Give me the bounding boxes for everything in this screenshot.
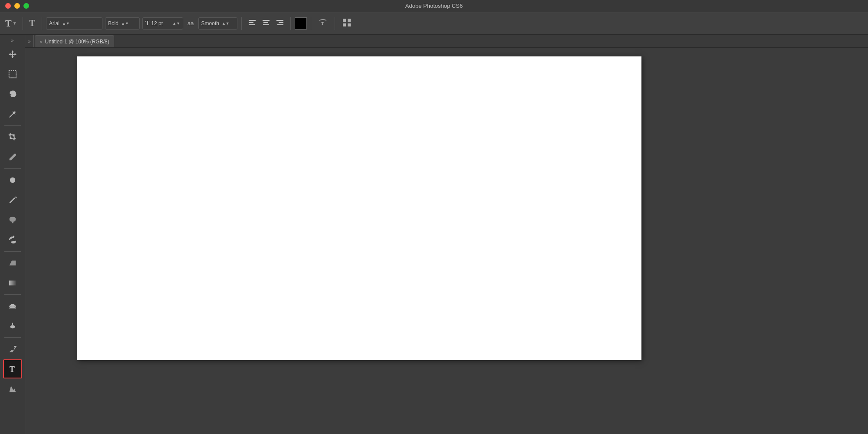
tab-label: Untitled-1 @ 100% (RGB/8) bbox=[45, 39, 109, 45]
sidebar: » bbox=[0, 35, 25, 434]
anti-alias-dropdown[interactable]: Smooth ▲▼ bbox=[198, 17, 237, 30]
svg-rect-0 bbox=[249, 20, 256, 21]
align-center-button[interactable] bbox=[260, 17, 273, 30]
title-bar: Adobe Photoshop CS6 bbox=[0, 0, 868, 12]
canvas-area bbox=[25, 48, 868, 434]
font-size-icon: T bbox=[145, 20, 149, 27]
eraser-tool[interactable] bbox=[3, 253, 22, 273]
font-style-dropdown[interactable]: Bold ▲▼ bbox=[105, 17, 140, 30]
align-right-button[interactable] bbox=[273, 17, 286, 30]
history-brush-tool[interactable] bbox=[3, 230, 22, 250]
lasso-tool[interactable] bbox=[3, 85, 22, 104]
eyedropper-tool[interactable] bbox=[3, 148, 22, 167]
svg-rect-20 bbox=[9, 281, 16, 286]
path-selection-tool[interactable] bbox=[3, 379, 22, 398]
transform-text-btn[interactable]: T bbox=[27, 16, 38, 30]
sidebar-separator-3 bbox=[4, 251, 21, 252]
magic-wand-tool[interactable] bbox=[3, 105, 22, 124]
tool-selector[interactable]: T ▼ bbox=[3, 16, 19, 31]
svg-rect-2 bbox=[249, 24, 255, 25]
svg-rect-11 bbox=[348, 19, 351, 22]
svg-rect-4 bbox=[263, 22, 268, 23]
warp-text-button[interactable]: T bbox=[315, 16, 331, 31]
document-area: » × Untitled-1 @ 100% (RGB/8) bbox=[25, 35, 868, 434]
font-style-value: Bold bbox=[108, 20, 118, 26]
dodge-tool[interactable] bbox=[3, 316, 22, 335]
font-size-value: 12 pt bbox=[151, 20, 171, 26]
sidebar-separator-5 bbox=[4, 337, 21, 338]
svg-rect-1 bbox=[249, 22, 253, 23]
crop-tool[interactable] bbox=[3, 128, 22, 147]
svg-text:T: T bbox=[321, 21, 324, 26]
sidebar-separator-1 bbox=[4, 125, 21, 126]
svg-rect-14 bbox=[9, 71, 16, 78]
maximize-button[interactable] bbox=[23, 3, 29, 9]
healing-brush-tool[interactable] bbox=[3, 171, 22, 190]
pen-tool[interactable] bbox=[3, 339, 22, 358]
gradient-tool[interactable] bbox=[3, 273, 22, 293]
svg-rect-10 bbox=[343, 19, 346, 22]
separator-5 bbox=[311, 17, 311, 30]
align-group bbox=[246, 17, 286, 30]
close-tab-btn[interactable]: × bbox=[39, 39, 42, 44]
options-bar: T ▼ T Arial ▲▼ Bold ▲▼ T 12 pt ▲▼ aa Smo… bbox=[0, 12, 868, 35]
svg-rect-7 bbox=[279, 22, 283, 23]
clone-stamp-tool[interactable] bbox=[3, 210, 22, 230]
sidebar-separator-4 bbox=[4, 294, 21, 295]
svg-point-21 bbox=[10, 325, 15, 328]
canvas[interactable] bbox=[77, 56, 641, 360]
main-area: » bbox=[0, 35, 868, 434]
separator-4 bbox=[290, 17, 291, 30]
anti-alias-value: Smooth bbox=[201, 20, 219, 26]
svg-point-23 bbox=[14, 346, 16, 348]
font-size-arrow: ▲▼ bbox=[172, 21, 180, 26]
tab-bar: » × Untitled-1 @ 100% (RGB/8) bbox=[25, 35, 868, 48]
minimize-button[interactable] bbox=[14, 3, 20, 9]
svg-rect-12 bbox=[343, 23, 346, 26]
svg-rect-5 bbox=[263, 24, 269, 25]
type-tool[interactable]: T bbox=[3, 359, 22, 378]
anti-alias-arrow: ▲▼ bbox=[222, 21, 230, 26]
svg-text:T: T bbox=[9, 365, 14, 374]
sidebar-expand-btn[interactable]: » bbox=[0, 36, 25, 44]
close-button[interactable] bbox=[5, 3, 11, 9]
character-panel-button[interactable] bbox=[339, 16, 355, 31]
marquee-tool[interactable] bbox=[3, 65, 22, 84]
font-style-arrow: ▲▼ bbox=[121, 21, 129, 26]
blur-tool[interactable] bbox=[3, 296, 22, 316]
font-family-dropdown[interactable]: Arial ▲▼ bbox=[46, 17, 102, 30]
type-tool-icon: T bbox=[5, 18, 12, 29]
svg-rect-13 bbox=[348, 23, 351, 26]
align-left-button[interactable] bbox=[246, 17, 259, 30]
sidebar-separator-2 bbox=[4, 168, 21, 169]
window-controls[interactable] bbox=[5, 3, 29, 9]
move-tool[interactable] bbox=[3, 45, 22, 64]
font-size-container[interactable]: T 12 pt ▲▼ bbox=[142, 17, 183, 30]
brush-tool[interactable] bbox=[3, 191, 22, 210]
font-family-arrow: ▲▼ bbox=[62, 21, 70, 26]
font-family-value: Arial bbox=[49, 20, 59, 26]
separator-2 bbox=[42, 17, 42, 30]
tab-expand-button[interactable]: » bbox=[25, 35, 34, 47]
document-tab[interactable]: × Untitled-1 @ 100% (RGB/8) bbox=[35, 35, 114, 47]
separator-3 bbox=[241, 17, 242, 30]
separator-6 bbox=[335, 17, 335, 30]
separator-1 bbox=[23, 17, 23, 30]
app-title: Adobe Photoshop CS6 bbox=[405, 3, 463, 9]
text-color-swatch[interactable] bbox=[295, 17, 307, 30]
tool-dropdown-arrow: ▼ bbox=[13, 21, 17, 26]
svg-rect-6 bbox=[276, 20, 283, 21]
svg-rect-8 bbox=[277, 24, 283, 25]
anti-alias-label: aa bbox=[186, 20, 195, 26]
svg-rect-3 bbox=[263, 20, 270, 21]
